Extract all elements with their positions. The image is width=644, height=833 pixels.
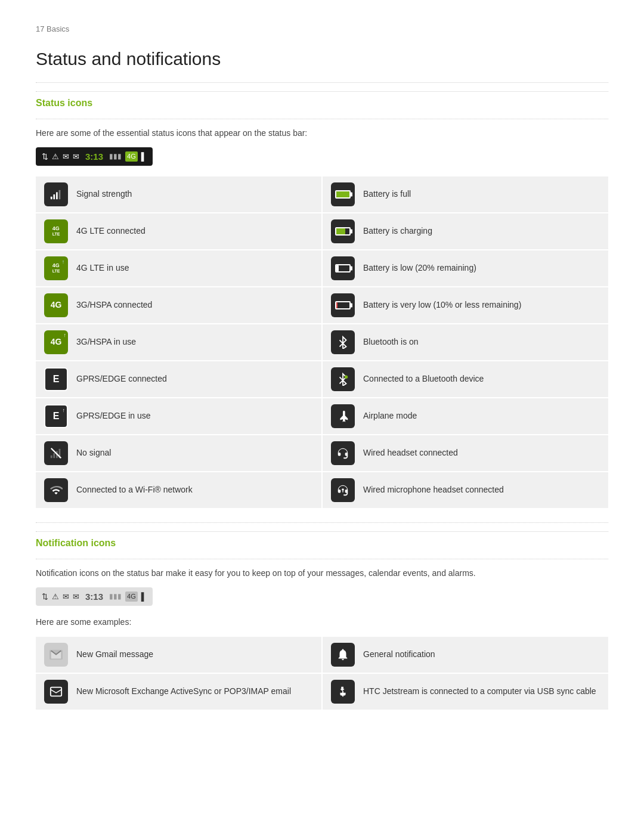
gprs-inuse-icon: E ↑ xyxy=(44,404,68,428)
status-icons-grid: Signal strength Battery is full 4GLTE 4G… xyxy=(36,176,608,508)
airplane-mode-icon xyxy=(331,404,355,428)
gmail-icon xyxy=(44,643,68,667)
exchange-icon xyxy=(44,680,68,704)
sb-battery-icon: ▌ xyxy=(141,151,147,162)
page-breadcrumb: 17 Basics xyxy=(36,24,608,35)
notification-icons-description: Notification icons on the status bar mak… xyxy=(36,568,608,580)
status-icon-airplane: Airplane mode xyxy=(323,398,608,434)
3g-connected-icon: 4G xyxy=(44,293,68,317)
bluetooth-connected-icon xyxy=(331,367,355,391)
status-icon-gprs-connected: E GPRS/EDGE connected xyxy=(36,361,321,397)
status-icon-bluetooth-connected: Connected to a Bluetooth device xyxy=(323,361,608,397)
general-notification-icon xyxy=(331,643,355,667)
status-icon-4g-connected: 4GLTE 4G LTE connected xyxy=(36,213,321,249)
wifi-icon xyxy=(44,478,68,502)
battery-full-icon xyxy=(331,182,355,206)
nb-signal-icon: ▮▮▮ xyxy=(109,592,122,602)
status-icon-bluetooth-on: Bluetooth is on xyxy=(323,324,608,360)
usb-sync-icon xyxy=(331,680,355,704)
status-icon-battery-charging: Battery is charging xyxy=(323,213,608,249)
status-icon-gprs-inuse: E ↑ GPRS/EDGE in use xyxy=(36,398,321,434)
nb-usb-icon: ⇅ xyxy=(42,592,48,602)
status-icons-title: Status icons xyxy=(36,91,608,110)
notif-icon-gmail: New Gmail message xyxy=(36,637,321,673)
svg-point-10 xyxy=(342,488,344,491)
notif-icon-usb: HTC Jetstream is connected to a computer… xyxy=(323,674,608,710)
examples-label: Here are some examples: xyxy=(36,617,608,628)
sb-arrows-icon: ⇅ xyxy=(42,151,48,162)
status-icon-wired-headset: Wired headset connected xyxy=(323,435,608,471)
status-icon-battery-full: Battery is full xyxy=(323,176,608,212)
signal-strength-icon xyxy=(44,182,68,206)
4g-lte-inuse-icon: 4GLTE↑ xyxy=(44,256,68,280)
gprs-connected-icon: E xyxy=(44,367,68,391)
svg-point-4 xyxy=(345,376,348,379)
notification-icons-title: Notification icons xyxy=(36,531,608,550)
svg-rect-0 xyxy=(51,197,52,200)
sb-alert-icon: ⚠ xyxy=(52,151,59,162)
status-icon-no-signal: No signal xyxy=(36,435,321,471)
wired-headset-icon xyxy=(331,441,355,465)
nb-4g-icon: 4G xyxy=(125,592,138,602)
notif-icon-general: General notification xyxy=(323,637,608,673)
4g-lte-connected-icon: 4GLTE xyxy=(44,219,68,243)
sb-signal-icon: ▮▮▮ xyxy=(109,151,122,162)
sb-mail-icon: ✉ xyxy=(63,151,69,162)
sb-time: 3:13 xyxy=(85,150,103,163)
status-icons-description: Here are some of the essential status ic… xyxy=(36,128,608,140)
svg-rect-1 xyxy=(53,194,55,199)
notif-icon-exchange: New Microsoft Exchange ActiveSync or POP… xyxy=(36,674,321,710)
nb-mail-icon: ✉ xyxy=(63,592,69,602)
3g-inuse-icon: 4G↑ xyxy=(44,330,68,354)
status-icon-3g-inuse: 4G↑ 3G/HSPA in use xyxy=(36,324,321,360)
nb-battery-icon: ▌ xyxy=(141,592,147,602)
battery-vlow-icon xyxy=(331,293,355,317)
status-icon-signal-strength: Signal strength xyxy=(36,176,321,212)
svg-rect-13 xyxy=(51,687,61,696)
battery-charging-icon xyxy=(331,219,355,243)
wired-mic-headset-icon xyxy=(331,478,355,502)
status-icon-3g-connected: 4G 3G/HSPA connected xyxy=(36,287,321,323)
status-icon-wifi: Connected to a Wi-Fi® network xyxy=(36,472,321,508)
bluetooth-on-icon xyxy=(331,330,355,354)
nb-alert-icon: ⚠ xyxy=(52,592,59,602)
svg-rect-3 xyxy=(59,190,61,200)
sb-mail2-icon: ✉ xyxy=(73,151,79,162)
sb-4g-icon: 4G xyxy=(125,151,138,162)
svg-rect-5 xyxy=(51,456,52,459)
nb-mail2-icon: ✉ xyxy=(73,592,79,602)
svg-rect-2 xyxy=(56,193,58,200)
page-title: Status and notifications xyxy=(36,47,608,72)
status-icon-4g-inuse: 4GLTE↑ 4G LTE in use xyxy=(36,250,321,286)
svg-rect-6 xyxy=(53,453,55,458)
nb-time: 3:13 xyxy=(85,590,103,603)
status-icon-battery-low: Battery is low (20% remaining) xyxy=(323,250,608,286)
notification-icons-grid: New Gmail message General notification N… xyxy=(36,637,608,710)
battery-low-icon xyxy=(331,256,355,280)
no-signal-icon xyxy=(44,441,68,465)
status-icon-wired-mic: Wired microphone headset connected xyxy=(323,472,608,508)
status-icon-battery-vlow: Battery is very low (10% or less remaini… xyxy=(323,287,608,323)
notification-bar-image: ⇅ ⚠ ✉ ✉ 3:13 ▮▮▮ 4G ▌ xyxy=(36,587,153,606)
status-bar-image: ⇅ ⚠ ✉ ✉ 3:13 ▮▮▮ 4G ▌ xyxy=(36,147,153,166)
